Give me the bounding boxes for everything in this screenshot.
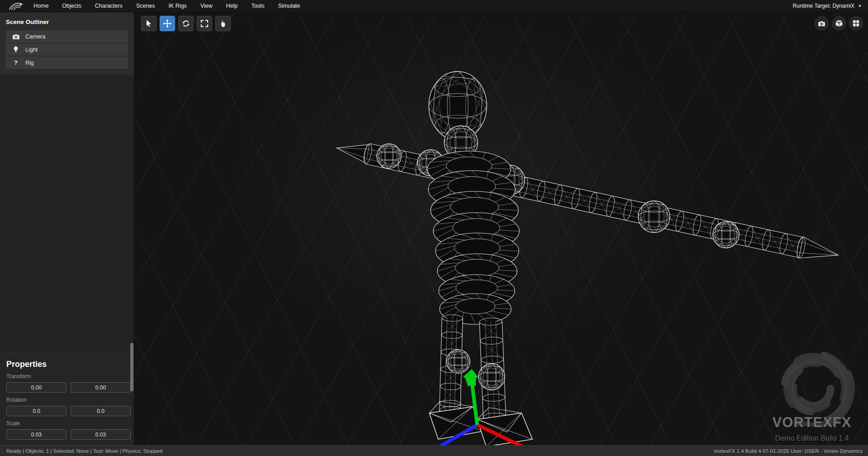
outliner-item-label: Rig — [25, 60, 34, 66]
rotate-tool-button[interactable] — [178, 16, 194, 31]
outliner-item-rig[interactable]: ? Rig — [6, 57, 128, 69]
grid-icon — [853, 20, 859, 27]
menu-item-ik-rigs[interactable]: IK Rigs — [169, 3, 187, 9]
sidebar-scrollbar[interactable] — [130, 343, 133, 391]
viewport-canvas[interactable] — [134, 12, 868, 445]
wireframe-rig-model[interactable] — [337, 71, 838, 445]
transform-label: Transform — [6, 373, 128, 380]
cube-icon — [835, 19, 843, 27]
scale-x-field[interactable] — [6, 429, 66, 440]
shading-mode-button[interactable] — [832, 16, 846, 30]
viewport-toolbar — [141, 16, 231, 31]
rotation-x-field[interactable] — [6, 406, 66, 416]
camera-icon — [818, 21, 825, 26]
status-right-text: VortexFX 1.4 Build 4 07-01-2025 User: US… — [714, 448, 863, 454]
scene-outliner-panel: Scene Outliner Camera — [0, 12, 134, 75]
rotate-icon — [182, 19, 190, 28]
question-mark-icon: ? — [12, 59, 19, 66]
move-arrows-icon — [163, 19, 172, 28]
menu-bar: Home Objects Characters Scenes IK Rigs V… — [0, 0, 868, 12]
status-left-text: Ready | Objects: 1 | Selected: None | To… — [6, 448, 162, 454]
camera-icon — [12, 34, 19, 39]
menu-item-home[interactable]: Home — [33, 3, 48, 9]
sidebar-empty-area — [0, 75, 134, 353]
rotation-y-field[interactable] — [71, 406, 131, 416]
left-sidebar: Scene Outliner Camera — [0, 12, 134, 445]
hand-icon — [219, 19, 227, 28]
menu-item-objects[interactable]: Objects — [62, 3, 81, 9]
outliner-item-label: Camera — [25, 33, 45, 40]
transform-x-field[interactable] — [6, 382, 66, 393]
scale-y-field[interactable] — [71, 429, 131, 440]
app-window: Home Objects Characters Scenes IK Rigs V… — [0, 0, 868, 456]
menu-item-view[interactable]: View — [200, 3, 213, 9]
scene-outliner-title: Scene Outliner — [6, 19, 128, 25]
outliner-item-camera[interactable]: Camera — [6, 30, 128, 43]
scale-corners-icon — [200, 19, 209, 28]
menu-item-scenes[interactable]: Scenes — [136, 3, 155, 9]
grid-view-button[interactable] — [849, 16, 863, 30]
move-tool-button[interactable] — [160, 16, 175, 31]
menu-item-tools[interactable]: Tools — [251, 3, 264, 9]
outliner-item-light[interactable]: Light — [6, 43, 128, 56]
transform-y-field[interactable] — [71, 382, 131, 393]
scale-tool-button[interactable] — [197, 16, 212, 31]
pan-tool-button[interactable] — [215, 16, 231, 31]
properties-panel: Properties Transform Rotation Scale — [0, 353, 134, 445]
snapshot-button[interactable] — [815, 16, 829, 30]
select-tool-button[interactable] — [141, 16, 157, 31]
scale-label: Scale — [6, 420, 128, 427]
light-bulb-icon — [12, 46, 19, 53]
viewport-3d[interactable]: VORTEXFX Demo Edition Build 1.4 — [134, 12, 868, 445]
properties-title: Properties — [6, 360, 128, 369]
app-logo-swirl-icon — [8, 1, 24, 11]
outliner-item-label: Light — [25, 47, 38, 53]
gizmo-y-arrowhead[interactable] — [463, 369, 478, 386]
menu-item-characters[interactable]: Characters — [95, 3, 123, 9]
main-menu: Home Objects Characters Scenes IK Rigs V… — [33, 3, 300, 9]
menu-item-help[interactable]: Help — [226, 3, 238, 9]
cursor-icon — [145, 19, 153, 28]
menu-item-simulate[interactable]: Simulate — [278, 3, 300, 9]
viewport-view-controls — [815, 16, 863, 30]
runtime-target-dropdown[interactable]: Runtime Target: DynamiX ▼ — [793, 3, 862, 9]
status-bar: Ready | Objects: 1 | Selected: None | To… — [0, 445, 868, 456]
chevron-down-icon: ▼ — [858, 4, 862, 8]
runtime-target-label: Runtime Target: DynamiX — [793, 3, 855, 9]
rotation-label: Rotation — [6, 397, 128, 403]
